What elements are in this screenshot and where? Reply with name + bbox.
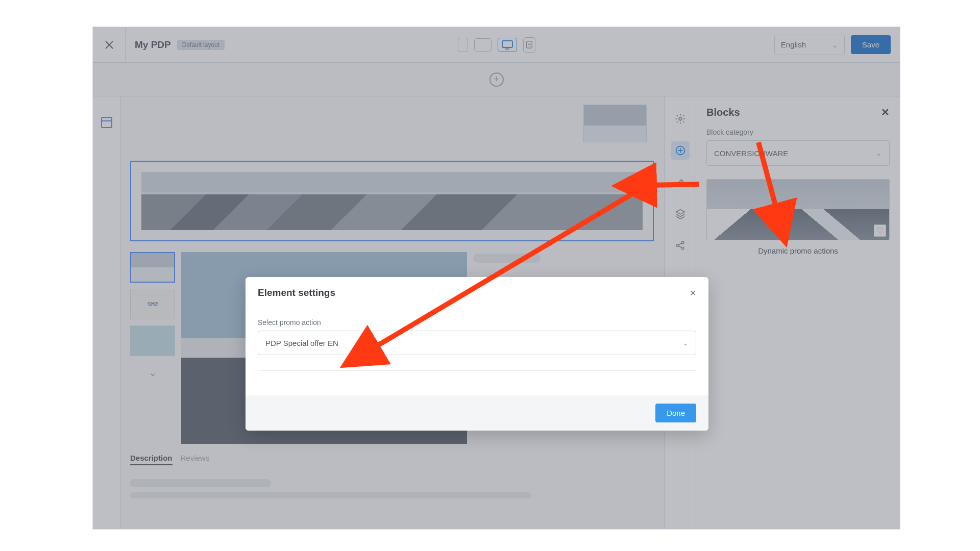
- promo-action-value: PDP Special offer EN: [265, 339, 338, 347]
- editor-stage: My PDP Default layout English ⌄ Save +: [92, 27, 900, 530]
- modal-title: Element settings: [258, 287, 335, 298]
- element-settings-modal: Element settings ✕ Select promo action P…: [246, 277, 708, 431]
- chevron-down-icon: ⌄: [682, 339, 689, 347]
- divider: [258, 370, 696, 371]
- promo-action-label: Select promo action: [258, 318, 696, 327]
- promo-action-select[interactable]: PDP Special offer EN ⌄: [258, 331, 696, 355]
- done-button[interactable]: Done: [655, 404, 696, 422]
- modal-close-button[interactable]: ✕: [690, 288, 696, 298]
